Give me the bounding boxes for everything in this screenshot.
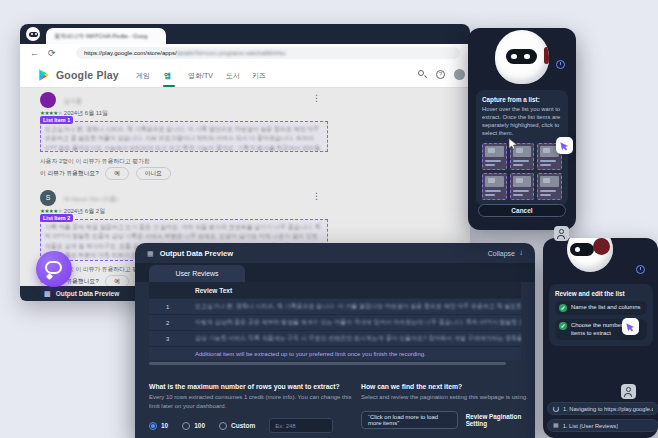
- play-brand-text[interactable]: Google Play: [56, 69, 119, 81]
- robot-mascot-icon: [543, 238, 658, 284]
- helpful-count-text: 사용자 2명이 이 리뷰가 유용하다고 평가함: [40, 157, 150, 166]
- nav-item-kids[interactable]: 키즈: [252, 71, 266, 81]
- table-row[interactable]: 2 이렇게 감상內 좋은 곳은 제부터 평점을 체크수 있는 어플이 국내에 없…: [149, 314, 521, 330]
- max-rows-options: 10 100 Custom: [149, 418, 361, 433]
- row-number: 1: [149, 304, 195, 310]
- radio-100[interactable]: 100: [182, 422, 205, 430]
- browser-tab[interactable]: 왓챠피디아 WATCHA Pedia - Goog: [46, 28, 166, 44]
- max-rows-hint: Every 10 rows extracted consumes 1 credi…: [149, 393, 355, 410]
- list-card[interactable]: [482, 173, 507, 200]
- max-rows-section: What is the maximum number of rows you w…: [149, 383, 361, 433]
- browser-toolbar: ← ⟳ https://play.google.com/store/apps/d…: [20, 44, 470, 62]
- radio-10[interactable]: 10: [149, 422, 168, 430]
- chat-bubble-icon: [45, 261, 62, 274]
- clock-icon[interactable]: [636, 265, 645, 274]
- table-icon: ▦: [147, 250, 154, 257]
- highlighted-list-item[interactable]: 보고싶거나 본, 영화나 시리즈, 책 기록용으로 씁니다. 이 기록 앱만으로…: [40, 121, 328, 152]
- check-icon: ✓: [559, 322, 567, 330]
- nav-item-games[interactable]: 게임: [136, 71, 150, 81]
- active-nav-underline: [163, 85, 175, 87]
- tab-title: 왓챠피디아 WATCHA Pedia - Goog: [54, 33, 148, 39]
- radio-icon: [182, 422, 190, 430]
- step-chip-list[interactable]: ▦ 1. List (User Reviews): [547, 419, 658, 432]
- cursor-icon: [559, 140, 571, 152]
- clock-icon[interactable]: [556, 60, 565, 69]
- review-text: 보고싶거나 본, 영화나 시리즈, 책 기록용으로 씁니다. 이 기록 앱만으로…: [45, 125, 323, 152]
- url-visible: https://play.google.com/store/apps/: [84, 50, 177, 56]
- row-text: 이렇게 감상內 좋은 곳은 제부터 평점을 체크수 있는 어플이 국내에 없어서…: [195, 318, 521, 327]
- nav-item-movies[interactable]: 영화/TV: [188, 71, 213, 81]
- list-card[interactable]: [537, 173, 562, 200]
- helpful-question-row: 이 리뷰가 유용했나요? 예 아니요: [40, 167, 171, 180]
- browser-tab-bar: 왓챠피디아 WATCHA Pedia - Goog: [20, 24, 470, 44]
- row-text: 감상 기능한 서비스 목록 작품에는 구독 시 무료인 컨텐츠만 표시되는게 좋…: [195, 334, 521, 343]
- list-card[interactable]: [482, 143, 507, 170]
- horizontal-scrollbar[interactable]: [149, 362, 506, 365]
- reviewer-name: 김이름: [64, 97, 82, 103]
- spinner-icon: [553, 406, 559, 412]
- tab-user-reviews[interactable]: User Reviews: [149, 265, 245, 282]
- tooltip-title: Review and edit the list: [555, 290, 647, 297]
- review-pagination-setting-link[interactable]: Review Pagination Setting: [466, 413, 529, 427]
- url-field[interactable]: https://play.google.com/store/apps/detai…: [76, 47, 460, 59]
- preview-tabstrip: User Reviews: [135, 263, 535, 282]
- tooltip-body: Hover over the list you want to extract.…: [482, 106, 562, 138]
- table-row[interactable]: 3 감상 기능한 서비스 목록 작품에는 구독 시 무료인 컨텐츠만 표시되는게…: [149, 330, 521, 346]
- radio-custom[interactable]: Custom: [219, 422, 255, 430]
- row-text: 보고싶거나 본, 영화나 시리즈, 책 기록용으로 씁니다. 이 거를 깔았다면…: [195, 302, 521, 311]
- radio-selected-icon: [149, 422, 157, 430]
- max-rows-question: What is the maximum number of rows you w…: [149, 383, 361, 390]
- back-icon[interactable]: ←: [30, 48, 39, 58]
- custom-rows-input[interactable]: [269, 418, 333, 433]
- next-item-hint: Select and review the pagination setting…: [361, 393, 529, 402]
- list-item-badge: List Item 1: [40, 116, 73, 124]
- help-icon[interactable]: ?: [436, 70, 445, 79]
- pagination-strategy-button[interactable]: “Click on load more to load more items”: [361, 411, 458, 429]
- preview-table: Review Text 1 보고싶거나 본, 영화나 시리즈, 책 기록용으로 …: [149, 282, 521, 365]
- kebab-menu-icon[interactable]: ⋮: [312, 94, 321, 103]
- google-play-header: Google Play 게임 앱 영화/TV 도서 키즈 ?: [20, 62, 470, 88]
- chevron-down-icon: ↓: [519, 249, 523, 257]
- step-chip-navigate[interactable]: 1. Navigating to https://play.google.c..…: [547, 402, 658, 415]
- radio-icon: [219, 422, 227, 430]
- preview-settings: What is the maximum number of rows you w…: [149, 383, 529, 433]
- collapsed-bar-label: Output Data Preview: [56, 290, 120, 297]
- check-icon: ✓: [559, 304, 567, 312]
- collapse-button[interactable]: Collapse ↓: [488, 249, 523, 257]
- table-row[interactable]: 1 보고싶거나 본, 영화나 시리즈, 책 기록용으로 씁니다. 이 거를 깔았…: [149, 298, 521, 314]
- cancel-button[interactable]: Cancel: [478, 204, 566, 217]
- table-icon: ▦: [44, 290, 51, 297]
- review-edit-panel: Review and edit the list ✓ Name the list…: [543, 238, 658, 438]
- nav-item-apps[interactable]: 앱: [164, 71, 171, 81]
- list-item-badge: List Item 2: [40, 214, 73, 222]
- person-icon[interactable]: [621, 384, 636, 399]
- row-number: 2: [149, 320, 195, 326]
- nav-item-books[interactable]: 도서: [226, 71, 240, 81]
- reload-icon[interactable]: ⟳: [48, 48, 56, 58]
- no-button[interactable]: 아니요: [136, 167, 171, 180]
- reviewer-avatar: S: [40, 190, 56, 206]
- tooltip-title: Capture from a list:: [482, 96, 562, 103]
- account-avatar[interactable]: [454, 69, 465, 80]
- search-icon[interactable]: [418, 70, 427, 79]
- robot-mascot-icon: [495, 30, 549, 84]
- selector-float-button[interactable]: [622, 318, 639, 335]
- edit-tooltip: Review and edit the list ✓ Name the list…: [549, 284, 653, 346]
- selector-float-button[interactable]: [556, 137, 573, 154]
- chat-bubble-button[interactable]: [36, 251, 72, 287]
- play-logo-icon[interactable]: [37, 68, 51, 82]
- url-blurred: details?id=com.programs.watchall&hl=ko: [177, 50, 286, 56]
- next-item-section: How can we find the next item? Select an…: [361, 383, 529, 433]
- mouse-cursor-icon: [508, 138, 519, 150]
- kebab-menu-icon[interactable]: ⋮: [312, 192, 321, 201]
- extraction-note: Additional item will be extracted up to …: [149, 346, 521, 360]
- yes-button[interactable]: 예: [105, 275, 129, 286]
- table-icon: ▦: [553, 422, 559, 429]
- person-icon[interactable]: [554, 226, 569, 241]
- step-item[interactable]: ✓ Name the list and columns: [555, 301, 647, 315]
- cursor-icon: [625, 321, 637, 333]
- row-number: 3: [149, 336, 195, 342]
- preview-title: Output Data Preview: [160, 249, 233, 258]
- list-card[interactable]: [510, 173, 535, 200]
- yes-button[interactable]: 예: [105, 167, 129, 180]
